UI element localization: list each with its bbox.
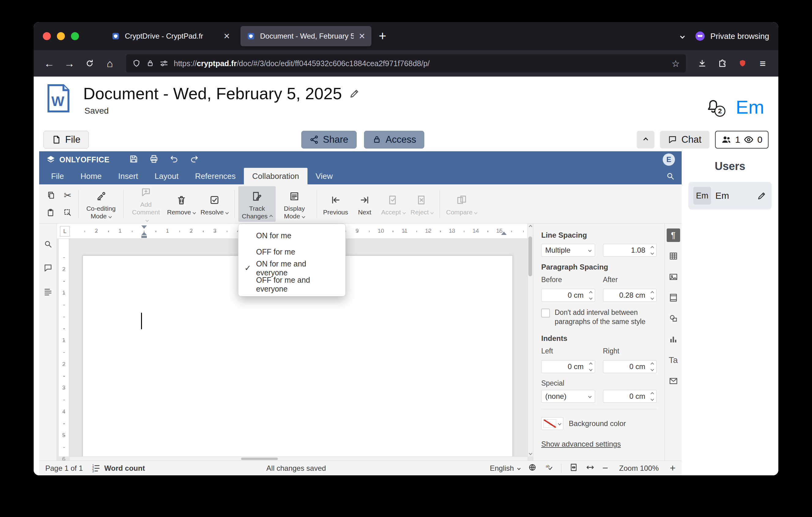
menu-hamburger-icon[interactable]: ≡: [754, 55, 772, 72]
browser-tab[interactable]: Document - Wed, February 5, 2 ✕: [240, 26, 371, 46]
horizontal-scrollbar-thumb[interactable]: [241, 458, 278, 460]
tracking-protection-shield-icon[interactable]: [132, 59, 141, 68]
undo-button[interactable]: [170, 154, 179, 165]
spell-check-icon[interactable]: ab: [545, 463, 553, 473]
edit-title-pencil-icon[interactable]: [349, 88, 360, 99]
track-changes-option[interactable]: ✓ OFF for me: [238, 244, 345, 260]
copy-button[interactable]: [44, 188, 58, 203]
resolve-comment-button[interactable]: Resolve: [198, 190, 231, 218]
indent-left-field[interactable]: 0 cm: [541, 360, 595, 373]
spacing-after-field[interactable]: 0.28 cm: [603, 289, 657, 302]
document-title[interactable]: Document - Wed, February 5, 2025: [83, 84, 342, 103]
user-list-item[interactable]: Em Em: [688, 182, 772, 210]
url-text[interactable]: https://cryptpad.fr/doc/#/3/doc/edit/ff0…: [174, 59, 666, 68]
browser-tab[interactable]: CryptDrive - CryptPad.fr ✕: [105, 26, 236, 46]
forward-button[interactable]: →: [61, 55, 78, 72]
spacing-before-field[interactable]: 0 cm: [541, 289, 595, 302]
close-tab-icon[interactable]: ✕: [223, 31, 230, 41]
back-button[interactable]: ←: [40, 55, 58, 72]
track-changes-option[interactable]: ✓ OFF for me and everyone: [238, 276, 345, 293]
display-mode-button[interactable]: Display Mode: [276, 186, 313, 222]
coediting-mode-button[interactable]: Co-editing Mode: [82, 186, 120, 222]
home-button[interactable]: ⌂: [101, 55, 119, 72]
set-language-globe-icon[interactable]: [528, 463, 536, 473]
text-art-settings-icon[interactable]: Ta: [667, 353, 680, 367]
menu-tab[interactable]: Collaboration: [244, 168, 307, 184]
redo-button[interactable]: [190, 154, 199, 165]
fit-to-width-icon[interactable]: [586, 463, 594, 473]
zoom-out-button[interactable]: −: [602, 462, 608, 474]
mail-merge-icon[interactable]: [667, 374, 680, 388]
permissions-icon[interactable]: [160, 59, 168, 68]
find-icon[interactable]: [44, 240, 53, 250]
url-bar[interactable]: https://cryptpad.fr/doc/#/3/doc/edit/ff0…: [126, 54, 686, 73]
zoom-in-button[interactable]: +: [670, 462, 675, 474]
vertical-scrollbar-thumb[interactable]: [528, 237, 532, 276]
previous-change-button[interactable]: Previous: [321, 190, 351, 218]
menu-tab[interactable]: Home: [72, 168, 110, 184]
close-window-button[interactable]: [43, 32, 51, 40]
cut-button[interactable]: ✂: [61, 188, 75, 203]
downloads-button[interactable]: [693, 55, 711, 72]
share-button[interactable]: Share: [301, 131, 356, 148]
present-users-indicator[interactable]: 1 0: [715, 131, 768, 148]
language-selector[interactable]: English: [490, 464, 520, 472]
minimize-window-button[interactable]: [57, 32, 65, 40]
no-interval-checkbox[interactable]: [541, 309, 550, 317]
background-color-swatch[interactable]: [541, 417, 563, 430]
header-footer-settings-icon[interactable]: [667, 291, 680, 304]
menu-tab[interactable]: References: [186, 168, 244, 184]
menu-tab[interactable]: File: [43, 168, 72, 184]
navigation-headings-icon[interactable]: [44, 287, 53, 298]
close-tab-icon[interactable]: ✕: [358, 31, 365, 41]
menu-tab[interactable]: Insert: [110, 168, 146, 184]
save-button[interactable]: [129, 154, 138, 165]
vertical-ruler[interactable]: 21123456: [59, 239, 69, 456]
editor-search-icon[interactable]: [666, 168, 675, 184]
editor-user-avatar[interactable]: E: [663, 154, 675, 166]
horizontal-scrollbar[interactable]: [70, 456, 527, 461]
word-count-button[interactable]: 123 Word count: [91, 464, 145, 473]
chart-settings-icon[interactable]: [667, 333, 680, 346]
track-changes-button[interactable]: Track Changes: [238, 186, 276, 222]
paragraph-settings-icon[interactable]: ¶: [667, 228, 680, 242]
line-spacing-select[interactable]: Multiple: [541, 244, 595, 257]
access-button[interactable]: Access: [364, 131, 424, 148]
fit-to-page-icon[interactable]: [570, 463, 578, 473]
indent-right-field[interactable]: 0 cm: [603, 360, 657, 373]
collapse-toolbar-button[interactable]: [637, 131, 655, 148]
bookmark-star-icon[interactable]: ☆: [672, 58, 680, 69]
new-tab-button[interactable]: +: [379, 30, 386, 43]
file-button[interactable]: File: [44, 131, 89, 148]
chat-button[interactable]: Chat: [660, 131, 709, 148]
line-spacing-amount[interactable]: 1.08: [603, 244, 657, 257]
track-changes-option[interactable]: ✓ ON for me and everyone: [238, 260, 345, 276]
select-all-button[interactable]: [61, 205, 75, 220]
connection-lock-icon[interactable]: [146, 59, 154, 67]
print-button[interactable]: [149, 154, 158, 165]
image-settings-icon[interactable]: [667, 270, 680, 283]
comments-panel-icon[interactable]: [44, 264, 53, 274]
special-indent-amount[interactable]: 0 cm: [603, 390, 657, 403]
edit-name-pencil-icon[interactable]: [757, 191, 767, 200]
track-changes-option[interactable]: ✓ ON for me: [238, 227, 345, 244]
zoom-level[interactable]: Zoom 100%: [616, 464, 662, 472]
page-indicator[interactable]: Page 1 of 1: [45, 464, 83, 472]
next-change-button[interactable]: Next: [351, 190, 379, 218]
account-avatar[interactable]: Em: [736, 96, 764, 118]
zoom-window-button[interactable]: [71, 32, 79, 40]
tab-stop-selector[interactable]: L: [60, 226, 70, 237]
shape-settings-icon[interactable]: [667, 312, 680, 325]
remove-comment-button[interactable]: Remove: [165, 190, 198, 218]
extensions-puzzle-icon[interactable]: [714, 55, 731, 72]
menu-tab[interactable]: Layout: [146, 168, 186, 184]
indent-markers[interactable]: [141, 225, 147, 238]
list-tabs-chevron-icon[interactable]: [680, 34, 685, 38]
right-indent-marker[interactable]: [501, 232, 507, 235]
special-indent-select[interactable]: (none): [541, 390, 595, 403]
show-advanced-settings-link[interactable]: Show advanced settings: [541, 440, 621, 448]
menu-tab[interactable]: View: [308, 168, 341, 184]
table-settings-icon[interactable]: [667, 249, 680, 263]
notifications-bell-icon[interactable]: 2: [705, 98, 721, 115]
ublock-extension-icon[interactable]: [734, 55, 751, 72]
